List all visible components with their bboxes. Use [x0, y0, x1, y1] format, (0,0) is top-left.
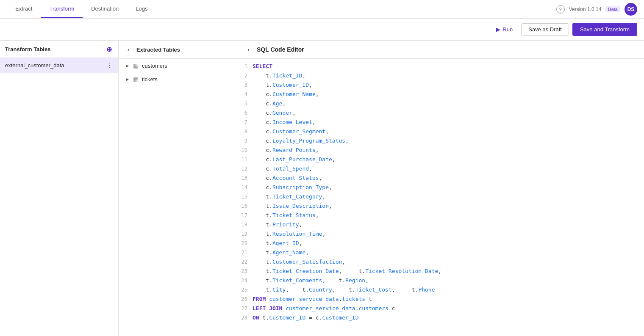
tab-logs[interactable]: Logs — [127, 0, 156, 18]
code-line-9: 9 c.Loyalty_Program_Status, — [237, 137, 644, 146]
code-line-19: 19 t.Resolution_Time, — [237, 230, 644, 239]
play-icon: ▶ — [496, 26, 500, 33]
add-table-icon[interactable]: ⊕ — [105, 45, 113, 53]
code-line-21: 21 t.Agent_Name, — [237, 248, 644, 258]
code-editor[interactable]: 1 SELECT 2 t.Ticket_ID, 3 t.Customer_ID,… — [237, 59, 644, 336]
code-line-20: 20 t.Agent_ID, — [237, 239, 644, 248]
toolbar: ▶ Run Save as Draft Save and Transform — [0, 19, 644, 41]
code-line-23: 23 t.Ticket_Creation_Date, t.Ticket_Reso… — [237, 267, 644, 276]
tab-transform[interactable]: Transform — [41, 0, 83, 18]
extracted-item-tickets-name: tickets — [142, 76, 158, 83]
extracted-tables-header: ‹ Extracted Tables — [119, 41, 237, 59]
table-item-menu-icon[interactable]: ⋮ — [106, 61, 113, 69]
code-line-18: 18 t.Priority, — [237, 220, 644, 230]
run-button[interactable]: ▶ Run — [491, 24, 518, 35]
extracted-item-customers-name: customers — [142, 63, 167, 69]
code-line-1: 1 SELECT — [237, 62, 644, 72]
code-line-7: 7 c.Income_Level, — [237, 118, 644, 127]
beta-badge: Beta — [605, 6, 620, 12]
code-line-5: 5 c.Age, — [237, 99, 644, 109]
extracted-item-customers[interactable]: ► ▦ customers — [119, 59, 237, 72]
middle-panel: ‹ Extracted Tables ► ▦ customers ► ▦ tic… — [119, 41, 237, 336]
code-line-6: 6 c.Gender, — [237, 109, 644, 118]
code-line-3: 3 t.Customer_ID, — [237, 81, 644, 90]
chevron-tickets-icon: ► — [125, 77, 130, 82]
code-line-26: 26 FROM customer_service_data.tickets t — [237, 295, 644, 304]
chevron-customers-icon: ► — [125, 63, 130, 68]
code-line-27: 27 LEFT JOIN customer_service_data.custo… — [237, 304, 644, 314]
code-line-8: 8 c.Customer_Segment, — [237, 127, 644, 137]
table-tickets-icon: ▦ — [133, 76, 139, 83]
code-line-2: 2 t.Ticket_ID, — [237, 72, 644, 81]
code-line-15: 15 t.Ticket_Category, — [237, 193, 644, 202]
extracted-tables-title: Extracted Tables — [136, 47, 180, 53]
code-line-25: 25 t.City, t.Country, t.Ticket_Cost, t.P… — [237, 286, 644, 295]
save-draft-button[interactable]: Save as Draft — [521, 23, 569, 36]
code-line-11: 11 c.Last_Purchase_Date, — [237, 155, 644, 165]
main-layout: Transform Tables ⊕ external_customer_dat… — [0, 41, 644, 336]
code-line-14: 14 c.Subscription_Type, — [237, 183, 644, 193]
collapse-editor-icon[interactable]: ‹ — [244, 45, 253, 54]
nav-tabs: Extract Transform Destination Logs — [7, 0, 156, 18]
transform-tables-header: Transform Tables ⊕ — [0, 41, 118, 58]
help-icon[interactable]: ? — [556, 5, 565, 14]
run-label: Run — [502, 26, 513, 33]
table-item[interactable]: external_customer_data ⋮ — [0, 58, 118, 73]
table-item-name: external_customer_data — [5, 62, 64, 69]
editor-header: ‹ SQL Code Editor — [237, 41, 644, 59]
code-line-4: 4 c.Customer_Name, — [237, 90, 644, 99]
transform-tables-title: Transform Tables — [5, 46, 50, 52]
editor-title: SQL Code Editor — [257, 46, 304, 53]
code-line-12: 12 c.Total_Spend, — [237, 165, 644, 174]
extracted-item-tickets[interactable]: ► ▦ tickets — [119, 72, 237, 86]
code-line-24: 24 t.Ticket_Comments, t.Region, — [237, 276, 644, 286]
top-nav: Extract Transform Destination Logs ? Ver… — [0, 0, 644, 19]
avatar: DS — [625, 3, 637, 16]
save-transform-button[interactable]: Save and Transform — [572, 23, 637, 36]
right-panel: ‹ SQL Code Editor 1 SELECT 2 t.Ticket_ID… — [237, 41, 644, 336]
tab-extract[interactable]: Extract — [7, 0, 41, 18]
tab-destination[interactable]: Destination — [83, 0, 127, 18]
code-line-10: 10 c.Reward_Points, — [237, 146, 644, 155]
table-customers-icon: ▦ — [133, 62, 139, 69]
code-line-22: 22 t.Customer_Satisfaction, — [237, 258, 644, 267]
code-line-13: 13 c.Account_Status, — [237, 174, 644, 183]
code-line-16: 16 t.Issue_Description, — [237, 202, 644, 211]
version-label: Version 1.0.14 — [569, 6, 602, 12]
nav-right: ? Version 1.0.14 Beta DS — [556, 3, 637, 16]
code-line-28: 28 ON t.Customer_ID = c.Customer_ID — [237, 314, 644, 323]
collapse-icon[interactable]: ‹ — [124, 45, 133, 54]
code-line-17: 17 t.Ticket_Status, — [237, 211, 644, 220]
left-panel: Transform Tables ⊕ external_customer_dat… — [0, 41, 119, 336]
